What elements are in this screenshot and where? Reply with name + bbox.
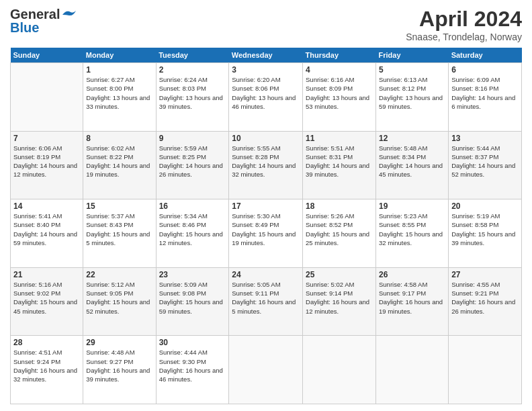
col-saturday: Saturday (449, 48, 522, 63)
table-row (229, 336, 303, 404)
calendar-header-row: Sunday Monday Tuesday Wednesday Thursday… (11, 48, 522, 63)
day-info: Sunrise: 5:02 AMSunset: 9:14 PMDaylight:… (306, 280, 373, 316)
col-monday: Monday (83, 48, 156, 63)
table-row: 19Sunrise: 5:23 AMSunset: 8:55 PMDayligh… (376, 199, 449, 268)
day-info: Sunrise: 6:27 AMSunset: 8:00 PMDaylight:… (86, 75, 152, 111)
day-info: Sunrise: 6:16 AMSunset: 8:09 PMDaylight:… (306, 75, 373, 111)
day-number: 24 (232, 270, 300, 279)
day-info: Sunrise: 5:44 AMSunset: 8:37 PMDaylight:… (451, 144, 519, 179)
calendar-week-row: 21Sunrise: 5:16 AMSunset: 9:02 PMDayligh… (11, 267, 522, 336)
day-number: 30 (159, 338, 226, 347)
title-block: April 2024 Snaase, Trondelag, Norway (406, 7, 522, 42)
day-info: Sunrise: 6:09 AMSunset: 8:16 PMDaylight:… (451, 75, 519, 111)
logo-bird-icon (61, 9, 76, 20)
col-friday: Friday (376, 48, 449, 63)
day-number: 20 (451, 201, 519, 211)
day-number: 14 (13, 201, 80, 211)
day-info: Sunrise: 4:48 AMSunset: 9:27 PMDaylight:… (86, 348, 152, 383)
table-row: 7Sunrise: 6:06 AMSunset: 8:19 PMDaylight… (11, 131, 83, 199)
table-row: 23Sunrise: 5:09 AMSunset: 9:08 PMDayligh… (156, 267, 229, 336)
table-row: 18Sunrise: 5:26 AMSunset: 8:52 PMDayligh… (303, 199, 376, 268)
logo: General Blue (10, 7, 76, 33)
day-number: 5 (379, 65, 445, 75)
day-info: Sunrise: 5:41 AMSunset: 8:40 PMDaylight:… (13, 212, 80, 247)
logo-blue: Blue (10, 22, 39, 33)
day-info: Sunrise: 5:09 AMSunset: 9:08 PMDaylight:… (159, 280, 226, 316)
day-number: 28 (13, 338, 80, 347)
col-tuesday: Tuesday (156, 48, 229, 63)
day-number: 4 (306, 65, 373, 75)
day-info: Sunrise: 5:05 AMSunset: 9:11 PMDaylight:… (232, 280, 300, 316)
location: Snaase, Trondelag, Norway (406, 32, 522, 42)
table-row: 21Sunrise: 5:16 AMSunset: 9:02 PMDayligh… (11, 267, 83, 336)
table-row: 10Sunrise: 5:55 AMSunset: 8:28 PMDayligh… (229, 131, 303, 199)
table-row: 20Sunrise: 5:19 AMSunset: 8:58 PMDayligh… (449, 199, 522, 268)
day-info: Sunrise: 4:44 AMSunset: 9:30 PMDaylight:… (159, 348, 226, 383)
day-info: Sunrise: 5:30 AMSunset: 8:49 PMDaylight:… (232, 212, 300, 247)
calendar-week-row: 7Sunrise: 6:06 AMSunset: 8:19 PMDaylight… (11, 131, 522, 199)
day-number: 29 (86, 338, 152, 347)
day-info: Sunrise: 4:51 AMSunset: 9:24 PMDaylight:… (13, 348, 80, 383)
day-number: 3 (232, 65, 300, 75)
table-row: 12Sunrise: 5:48 AMSunset: 8:34 PMDayligh… (376, 131, 449, 199)
table-row: 24Sunrise: 5:05 AMSunset: 9:11 PMDayligh… (229, 267, 303, 336)
day-number: 8 (86, 134, 152, 143)
day-number: 26 (379, 270, 445, 279)
table-row: 22Sunrise: 5:12 AMSunset: 9:05 PMDayligh… (83, 267, 156, 336)
table-row (303, 336, 376, 404)
day-info: Sunrise: 6:06 AMSunset: 8:19 PMDaylight:… (13, 144, 80, 179)
day-number: 17 (232, 201, 300, 211)
col-sunday: Sunday (11, 48, 83, 63)
calendar-week-row: 28Sunrise: 4:51 AMSunset: 9:24 PMDayligh… (11, 336, 522, 404)
day-info: Sunrise: 5:55 AMSunset: 8:28 PMDaylight:… (232, 144, 300, 179)
day-number: 19 (379, 201, 445, 211)
day-info: Sunrise: 6:02 AMSunset: 8:22 PMDaylight:… (86, 144, 152, 179)
day-number: 12 (379, 134, 445, 143)
day-info: Sunrise: 4:55 AMSunset: 9:21 PMDaylight:… (451, 280, 519, 316)
table-row: 28Sunrise: 4:51 AMSunset: 9:24 PMDayligh… (11, 336, 83, 404)
day-number: 16 (159, 201, 226, 211)
table-row: 25Sunrise: 5:02 AMSunset: 9:14 PMDayligh… (303, 267, 376, 336)
table-row: 5Sunrise: 6:13 AMSunset: 8:12 PMDaylight… (376, 63, 449, 132)
day-number: 1 (86, 65, 152, 75)
day-info: Sunrise: 5:37 AMSunset: 8:43 PMDaylight:… (86, 212, 152, 247)
table-row: 6Sunrise: 6:09 AMSunset: 8:16 PMDaylight… (449, 63, 522, 132)
table-row: 3Sunrise: 6:20 AMSunset: 8:06 PMDaylight… (229, 63, 303, 132)
day-number: 9 (159, 134, 226, 143)
table-row (11, 63, 83, 132)
day-info: Sunrise: 5:48 AMSunset: 8:34 PMDaylight:… (379, 144, 445, 179)
day-info: Sunrise: 5:12 AMSunset: 9:05 PMDaylight:… (86, 280, 152, 316)
day-info: Sunrise: 4:58 AMSunset: 9:17 PMDaylight:… (379, 280, 445, 316)
day-info: Sunrise: 5:26 AMSunset: 8:52 PMDaylight:… (306, 212, 373, 247)
day-number: 23 (159, 270, 226, 279)
table-row: 15Sunrise: 5:37 AMSunset: 8:43 PMDayligh… (83, 199, 156, 268)
table-row: 2Sunrise: 6:24 AMSunset: 8:03 PMDaylight… (156, 63, 229, 132)
day-number: 27 (451, 270, 519, 279)
calendar-table: Sunday Monday Tuesday Wednesday Thursday… (10, 48, 522, 404)
page: General Blue April 2024 Snaase, Trondela… (0, 0, 532, 411)
table-row: 26Sunrise: 4:58 AMSunset: 9:17 PMDayligh… (376, 267, 449, 336)
day-number: 10 (232, 134, 300, 143)
col-thursday: Thursday (303, 48, 376, 63)
day-number: 6 (451, 65, 519, 75)
day-info: Sunrise: 5:51 AMSunset: 8:31 PMDaylight:… (306, 144, 373, 179)
day-info: Sunrise: 6:24 AMSunset: 8:03 PMDaylight:… (159, 75, 226, 111)
table-row: 4Sunrise: 6:16 AMSunset: 8:09 PMDaylight… (303, 63, 376, 132)
day-number: 2 (159, 65, 226, 75)
table-row (449, 336, 522, 404)
day-info: Sunrise: 5:19 AMSunset: 8:58 PMDaylight:… (451, 212, 519, 247)
table-row: 29Sunrise: 4:48 AMSunset: 9:27 PMDayligh… (83, 336, 156, 404)
table-row: 27Sunrise: 4:55 AMSunset: 9:21 PMDayligh… (449, 267, 522, 336)
day-info: Sunrise: 5:34 AMSunset: 8:46 PMDaylight:… (159, 212, 226, 247)
day-info: Sunrise: 6:20 AMSunset: 8:06 PMDaylight:… (232, 75, 300, 111)
calendar-week-row: 14Sunrise: 5:41 AMSunset: 8:40 PMDayligh… (11, 199, 522, 268)
table-row: 30Sunrise: 4:44 AMSunset: 9:30 PMDayligh… (156, 336, 229, 404)
table-row: 11Sunrise: 5:51 AMSunset: 8:31 PMDayligh… (303, 131, 376, 199)
table-row: 1Sunrise: 6:27 AMSunset: 8:00 PMDaylight… (83, 63, 156, 132)
day-info: Sunrise: 5:16 AMSunset: 9:02 PMDaylight:… (13, 280, 80, 316)
table-row: 9Sunrise: 5:59 AMSunset: 8:25 PMDaylight… (156, 131, 229, 199)
table-row: 17Sunrise: 5:30 AMSunset: 8:49 PMDayligh… (229, 199, 303, 268)
day-info: Sunrise: 6:13 AMSunset: 8:12 PMDaylight:… (379, 75, 445, 111)
day-number: 7 (13, 134, 80, 143)
day-number: 13 (451, 134, 519, 143)
